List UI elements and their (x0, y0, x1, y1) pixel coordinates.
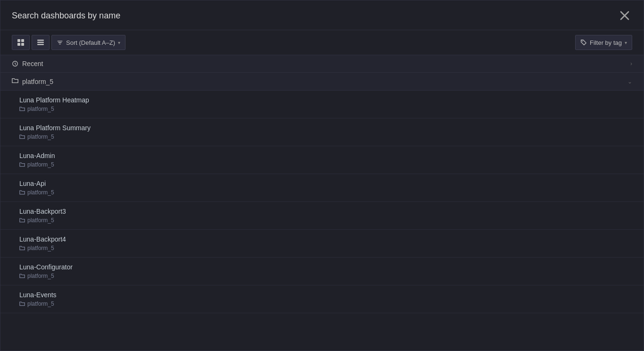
folder-icon-small (19, 245, 25, 251)
dashboard-folder: platform_5 (19, 217, 632, 224)
dashboard-item[interactable]: Luna Platform Summary platform_5 (0, 118, 644, 146)
content-area[interactable]: Recent › platform_5 ⌄ Luna Pl (0, 55, 644, 351)
dashboard-item[interactable]: Luna-Configurator platform_5 (0, 258, 644, 285)
dashboard-name: Luna-Backport3 (19, 208, 632, 215)
modal-title: Search dashboards by name (12, 11, 120, 21)
svg-rect-5 (21, 43, 24, 46)
svg-rect-8 (37, 44, 44, 45)
folder-section-label: platform_5 (22, 78, 53, 85)
filter-by-tag-button[interactable]: Filter by tag ▾ (575, 35, 632, 50)
dashboard-item[interactable]: Luna Platform Heatmap platform_5 (0, 91, 644, 118)
dashboard-name: Luna Platform Summary (19, 124, 632, 132)
dashboard-name: Luna-Events (19, 291, 632, 299)
dashboard-folder: platform_5 (19, 189, 632, 196)
dashboard-name: Luna-Backport4 (19, 235, 632, 243)
folder-icon-small (19, 162, 25, 167)
dashboard-folder: platform_5 (19, 301, 632, 307)
toolbar-left: Sort (Default A–Z) ▾ (12, 35, 125, 50)
list-view-button[interactable] (32, 35, 50, 50)
folder-icon-small (19, 217, 25, 223)
svg-rect-3 (21, 39, 24, 42)
folder-icon-small (19, 273, 25, 279)
dashboard-item[interactable]: Luna-Admin platform_5 (0, 146, 644, 174)
grid-icon (17, 39, 25, 46)
sort-chevron-icon: ▾ (118, 40, 120, 45)
modal-header: Search dashboards by name (0, 0, 644, 30)
sort-label: Sort (Default A–Z) (66, 39, 115, 46)
svg-rect-7 (37, 42, 44, 43)
filter-chevron-icon: ▾ (625, 40, 627, 45)
folder-section-left: platform_5 (12, 77, 53, 85)
recent-section-left: Recent (12, 60, 43, 67)
grid-view-button[interactable] (12, 35, 30, 50)
dashboard-name: Luna-Admin (19, 152, 632, 159)
recent-section-header[interactable]: Recent › (0, 55, 644, 73)
toolbar: Sort (Default A–Z) ▾ Filter by tag ▾ (0, 30, 644, 55)
folder-icon-small (19, 134, 25, 140)
dashboard-folder: platform_5 (19, 161, 632, 168)
folder-chevron-icon: ⌄ (627, 78, 632, 85)
dashboard-item[interactable]: Luna-Events platform_5 (0, 285, 644, 313)
list-icon (37, 39, 44, 46)
svg-rect-6 (37, 40, 44, 41)
filter-label: Filter by tag (590, 39, 622, 46)
recent-icon (12, 60, 18, 67)
folder-icon-small (19, 106, 25, 112)
dashboard-item[interactable]: Luna-Backport3 platform_5 (0, 202, 644, 230)
recent-section-label: Recent (22, 60, 43, 67)
close-icon (617, 8, 632, 23)
sort-button[interactable]: Sort (Default A–Z) ▾ (51, 35, 125, 50)
dashboard-folder: platform_5 (19, 245, 632, 251)
modal-overlay: Search dashboards by name (0, 0, 644, 351)
dashboard-folder: platform_5 (19, 106, 632, 112)
folder-section-header[interactable]: platform_5 ⌄ (0, 73, 644, 91)
dashboard-item[interactable]: Luna-Backport4 platform_5 (0, 230, 644, 258)
svg-rect-2 (17, 39, 20, 42)
dashboard-item[interactable]: Luna-Api platform_5 (0, 174, 644, 202)
dashboard-name: Luna-Api (19, 180, 632, 187)
search-modal: Search dashboards by name (0, 0, 644, 351)
close-button[interactable] (617, 8, 632, 23)
svg-rect-4 (17, 43, 20, 46)
folder-icon-small (19, 301, 25, 307)
dashboard-name: Luna-Configurator (19, 263, 632, 271)
svg-point-9 (582, 41, 583, 42)
tag-icon (580, 39, 587, 46)
recent-chevron-icon: › (630, 60, 632, 67)
dashboard-folder: platform_5 (19, 134, 632, 140)
dashboard-folder: platform_5 (19, 273, 632, 279)
folder-icon-small (19, 190, 25, 195)
folder-icon (12, 77, 18, 85)
sort-icon (57, 39, 63, 46)
dashboard-list: Luna Platform Heatmap platform_5 Luna Pl… (0, 91, 644, 313)
dashboard-name: Luna Platform Heatmap (19, 96, 632, 104)
